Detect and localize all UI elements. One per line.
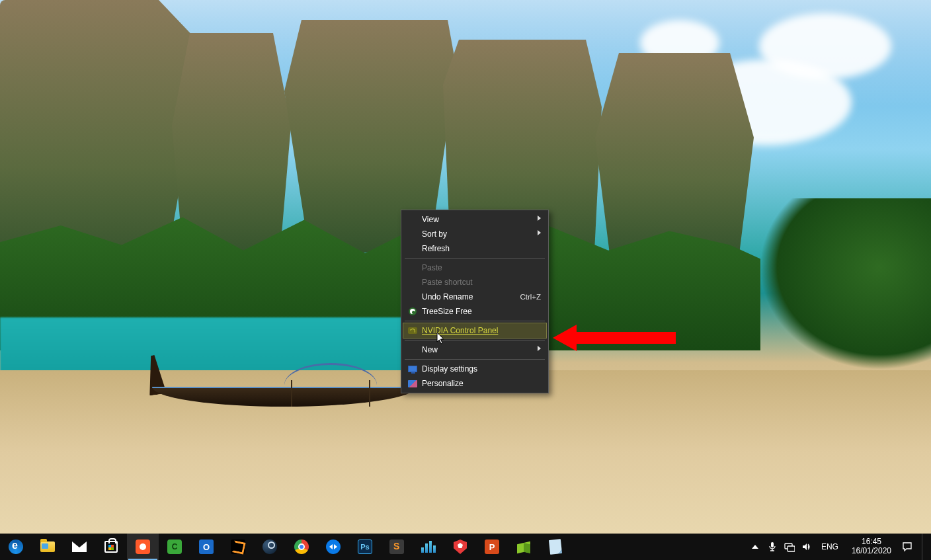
taskbar-app-orange[interactable] [222,534,254,560]
action-center-icon [902,541,912,552]
menu-item-label: TreeSize Free [422,307,541,316]
camtasia-icon: C [167,539,182,555]
annotation-arrow-icon [553,325,676,351]
tray-language-label: ENG [821,542,838,551]
taskbar-app-camtasia[interactable]: C [159,534,190,560]
menu-item-label: Sort by [422,229,541,239]
nvidia-icon [407,325,418,336]
edge-icon [8,539,24,555]
wallpaper-beach [0,370,931,534]
taskbar-app-cube[interactable] [508,534,540,560]
cube-icon [516,539,532,555]
taskbar-app-chrome[interactable] [286,534,317,560]
tray-network-button[interactable] [784,541,795,552]
taskbar-app-steam[interactable] [254,534,286,560]
treesize-icon [407,306,418,317]
tray-volume-button[interactable] [801,541,812,552]
desktop-context-menu: View Sort by Refresh Paste Paste shortcu… [401,210,549,393]
microphone-icon [767,541,778,552]
show-desktop-button[interactable] [922,534,926,560]
tray-date: 16/01/2020 [852,547,891,556]
network-icon [784,541,795,552]
taskbar-right: ENG 16:45 16/01/2020 [745,534,931,560]
personalize-icon [407,378,418,389]
app-icon [230,539,246,555]
tray-language-button[interactable]: ENG [819,542,841,551]
chevron-up-icon [752,545,758,549]
taskbar-app-camtasia-recorder[interactable] [127,534,159,560]
menu-separator [405,258,545,259]
taskbar-app-mail[interactable] [63,534,95,560]
taskbar-app-edge[interactable] [0,534,32,560]
chrome-icon [294,539,309,555]
menu-item-accelerator: Ctrl+Z [520,293,541,301]
taskbar-left: C O Ps P [0,534,571,560]
menu-item-new[interactable]: New [403,342,546,357]
menu-item-label: Display settings [422,364,541,374]
menu-item-label: Paste [422,263,541,272]
menu-item-label: New [422,345,541,354]
teamviewer-icon [325,539,341,555]
tray-microphone-button[interactable] [767,541,778,552]
menu-item-undo-rename[interactable]: Undo Rename Ctrl+Z [403,290,546,304]
menu-item-label: Paste shortcut [422,278,541,287]
tray-time: 16:45 [852,538,891,547]
taskbar-app-powerpoint[interactable]: P [476,534,508,560]
menu-item-display-settings[interactable]: Display settings [403,362,546,376]
system-tray: ENG 16:45 16/01/2020 [745,534,931,560]
shield-icon [452,539,468,555]
taskbar-app-outlook[interactable]: O [190,534,222,560]
taskbar: C O Ps P ENG 16:45 16/01/2 [0,534,931,560]
menu-item-sort-by[interactable]: Sort by [403,227,546,241]
camtasia-recorder-icon [135,539,151,555]
volume-icon [801,541,812,552]
wallpaper-palms [759,198,931,370]
tray-action-center-button[interactable] [902,541,912,552]
taskbar-app-photoshop[interactable]: Ps [349,534,381,560]
chevron-right-icon [538,346,541,351]
menu-item-nvidia-control-panel[interactable]: NVIDIA Control Panel [403,323,546,338]
store-icon [103,539,119,555]
svg-rect-2 [788,546,795,551]
menu-separator [405,359,545,360]
note-icon [547,539,563,555]
taskbar-app-shield[interactable] [444,534,476,560]
photoshop-icon: Ps [357,539,373,555]
bars-icon [421,539,436,555]
menu-item-refresh[interactable]: Refresh [403,241,546,256]
mail-icon [71,539,87,555]
taskbar-app-bars[interactable] [413,534,444,560]
menu-item-label: Refresh [422,244,541,253]
powerpoint-icon: P [484,539,500,555]
chevron-right-icon [538,216,541,221]
sublime-icon [389,539,405,555]
menu-item-label: Personalize [422,379,541,388]
tray-clock-button[interactable]: 16:45 16/01/2020 [848,538,895,556]
menu-item-personalize[interactable]: Personalize [403,376,546,391]
menu-item-label: Undo Rename [422,292,520,301]
wallpaper-boat [152,367,417,407]
menu-item-treesize-free[interactable]: TreeSize Free [403,304,546,319]
svg-rect-0 [771,542,774,547]
taskbar-app-file-explorer[interactable] [32,534,63,560]
taskbar-app-note[interactable] [540,534,571,560]
steam-icon [262,539,278,555]
file-explorer-icon [40,539,56,555]
mouse-cursor-icon [436,332,446,345]
display-settings-icon [407,364,418,374]
menu-item-label: View [422,215,541,224]
menu-item-view[interactable]: View [403,212,546,227]
taskbar-app-teamviewer[interactable] [317,534,349,560]
tray-overflow-button[interactable] [750,541,760,552]
menu-item-paste: Paste [403,260,546,275]
chevron-right-icon [538,230,541,235]
taskbar-app-store[interactable] [95,534,127,560]
menu-separator [405,340,545,340]
menu-separator [405,321,545,321]
menu-item-paste-shortcut: Paste shortcut [403,275,546,290]
taskbar-app-sublime[interactable] [381,534,413,560]
outlook-icon: O [198,539,214,555]
